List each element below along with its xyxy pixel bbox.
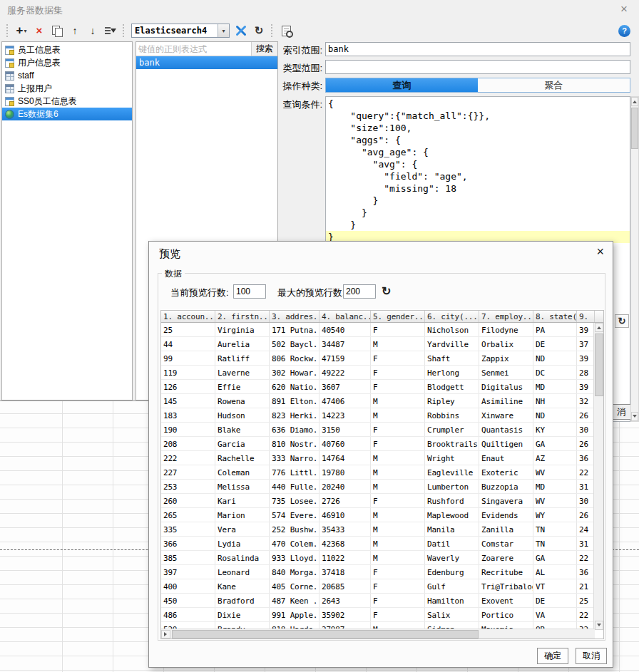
scrollbar-thumb[interactable] xyxy=(172,630,479,639)
table-cell: 20685 xyxy=(320,579,371,593)
triangle-right-icon xyxy=(164,632,169,636)
op-option-button[interactable]: 聚合 xyxy=(478,78,630,92)
column-header[interactable]: 9. xyxy=(577,311,595,322)
add-button[interactable]: +▾ xyxy=(14,23,29,38)
move-down-button[interactable]: ↓ xyxy=(85,23,101,38)
table-row[interactable]: 145Rowena891 Elton...47406MRipleyAsimili… xyxy=(161,394,595,408)
column-header[interactable]: 3. addres... xyxy=(270,311,320,322)
scroll-down-arrow[interactable] xyxy=(631,412,638,421)
table-cell: 252 Bushw... xyxy=(270,522,320,536)
table-row[interactable]: 397Leonard840 Morga...37418FEdenburgRecr… xyxy=(161,565,595,579)
table-row[interactable]: 265Marion574 Evere...46910MMaplewoodEvid… xyxy=(161,508,595,522)
table-cell: F xyxy=(371,579,425,593)
column-header[interactable]: 7. employ... xyxy=(479,311,533,322)
table-row[interactable]: 400Kane405 Corne...20685FGulfTri@Tribalo… xyxy=(161,579,595,594)
table-row[interactable]: 119Laverne302 Howar...49222FHerlongSenme… xyxy=(161,366,595,380)
table-row[interactable]: 99Ratliff806 Rockw...47159FShaftZappixND… xyxy=(161,351,595,366)
refresh-icon: ↻ xyxy=(618,316,626,326)
delete-button[interactable]: × xyxy=(31,23,47,38)
db-icon xyxy=(5,110,14,119)
column-header[interactable]: 4. balanc... xyxy=(320,311,371,322)
column-header[interactable]: 6. city(... xyxy=(425,311,479,322)
tree-item[interactable]: Es数据集6 xyxy=(2,108,132,120)
tree-item[interactable]: 员工信息表 xyxy=(2,43,132,56)
tree-item[interactable]: SS0员工信息表 xyxy=(2,95,132,108)
cancel-button[interactable]: 取消 xyxy=(576,648,607,664)
table-cell: Filodyne xyxy=(479,323,533,336)
help-button[interactable]: ? xyxy=(618,25,630,37)
column-header[interactable]: 5. gender... xyxy=(371,311,425,322)
table-vertical-scrollbar[interactable] xyxy=(593,323,603,630)
table-horizontal-scrollbar[interactable] xyxy=(161,629,595,639)
table-cell: 35433 xyxy=(320,522,371,536)
table-cell: Waverly xyxy=(425,551,479,564)
triangle-down-icon xyxy=(597,624,601,629)
move-up-button[interactable]: ↑ xyxy=(67,23,83,38)
table-row[interactable]: 253Melissa440 Fulle...20240MLumbertonBuz… xyxy=(161,480,595,494)
search-button[interactable]: 搜索 xyxy=(251,42,277,56)
tree-item[interactable]: staff xyxy=(2,69,132,82)
table-cell: F xyxy=(371,608,425,621)
table-cell: 302 Howar... xyxy=(270,366,320,379)
current-rows-input[interactable] xyxy=(233,284,266,299)
sort-icon xyxy=(105,26,117,36)
combo-dropdown-button[interactable]: ▾ xyxy=(218,24,229,37)
refresh-fragment-button[interactable]: ↻ xyxy=(615,314,629,328)
table-row[interactable]: 486Dixie991 Apple...35902FSalixPorticoVA… xyxy=(161,608,595,622)
ok-button[interactable]: 确定 xyxy=(537,648,568,664)
copy-button[interactable] xyxy=(49,23,65,38)
table-cell: 31 xyxy=(577,537,595,550)
refresh-connection-button[interactable]: ↻ xyxy=(251,23,267,38)
table-row[interactable]: 222Rachelle333 Narro...14764MWrightEnaut… xyxy=(161,451,595,465)
table-row[interactable]: 126Effie620 Natio...3607FBlodgettDigital… xyxy=(161,380,595,394)
table-cell: Kari xyxy=(215,494,270,507)
editor-vertical-scrollbar[interactable] xyxy=(630,96,639,422)
table-row[interactable]: 208Garcia810 Nostr...40760FBrooktrailsQu… xyxy=(161,437,595,451)
window-close-button[interactable]: × xyxy=(620,2,628,16)
connection-select[interactable]: Elasticsearch4 ▾ xyxy=(131,24,230,38)
table-row[interactable]: 366Lydia470 Colem...42368MDatilComstarTN… xyxy=(161,537,595,551)
preview-refresh-button[interactable]: ↻ xyxy=(382,284,391,298)
scroll-right-arrow[interactable] xyxy=(161,630,170,639)
table-cell: TN xyxy=(533,522,577,536)
table-cell: 46910 xyxy=(320,508,371,522)
connection-config-button[interactable] xyxy=(233,23,249,38)
arrow-up-icon: ↑ xyxy=(73,25,78,36)
sort-button[interactable] xyxy=(103,23,118,38)
occluded-cancel-button-fragment[interactable]: 消 xyxy=(610,404,632,420)
table-cell: 450 xyxy=(161,594,215,607)
table-row[interactable]: 450Bradford487 Keen ...2643FHamiltonExov… xyxy=(161,594,595,608)
table-row[interactable]: 260Kari735 Losee...2726FRushfordSingaver… xyxy=(161,494,595,508)
table-row[interactable]: 190Blake636 Diamo...3150FCrumplerQuantas… xyxy=(161,423,595,437)
scroll-down-arrow[interactable] xyxy=(595,621,603,630)
code-line: "query":{"match_all":{}}, xyxy=(326,110,630,122)
type-range-input[interactable] xyxy=(325,60,630,74)
list-item[interactable]: bank xyxy=(136,56,277,69)
column-header[interactable]: 2. firstn... xyxy=(215,311,270,322)
table-row[interactable]: 335Vera252 Bushw...35433MManilaZanillaTN… xyxy=(161,522,595,537)
table-cell: M xyxy=(371,394,425,408)
table-cell: 47406 xyxy=(320,394,371,408)
table-row[interactable]: 25Virginia171 Putna...40540FNicholsonFil… xyxy=(161,323,595,337)
index-range-input[interactable] xyxy=(325,42,630,56)
table-row[interactable]: 385Rosalinda933 Lloyd...11022MWaverlyZoa… xyxy=(161,551,595,565)
table-cell: Vera xyxy=(215,522,270,536)
table-row[interactable]: 44Aurelia502 Baycl...34487MYardvilleOrba… xyxy=(161,337,595,351)
tree-item[interactable]: 用户信息表 xyxy=(2,56,132,69)
scrollbar-thumb[interactable] xyxy=(631,108,638,149)
table-row[interactable]: 227Coleman776 Littl...19780MEaglevilleEx… xyxy=(161,465,595,480)
scrollbar-thumb[interactable] xyxy=(595,334,603,396)
regex-search-input[interactable] xyxy=(136,42,251,56)
max-rows-input[interactable] xyxy=(343,284,376,299)
op-option-button[interactable]: 查询 xyxy=(326,78,478,92)
table-cell: 806 Rockw... xyxy=(270,351,320,365)
tree-item[interactable]: 上报用户 xyxy=(2,82,132,95)
dialog-close-button[interactable]: × xyxy=(596,244,604,259)
preview-data-button[interactable] xyxy=(278,23,294,38)
column-header[interactable]: 8. state(... xyxy=(533,311,577,322)
scroll-up-arrow[interactable] xyxy=(631,97,638,106)
table-row[interactable]: 183Hudson823 Herki...14223MRobbinsXinwar… xyxy=(161,408,595,423)
column-header[interactable]: 1. accoun... xyxy=(161,311,215,322)
scroll-up-arrow[interactable] xyxy=(595,323,603,332)
table-cell: 11022 xyxy=(320,551,371,564)
